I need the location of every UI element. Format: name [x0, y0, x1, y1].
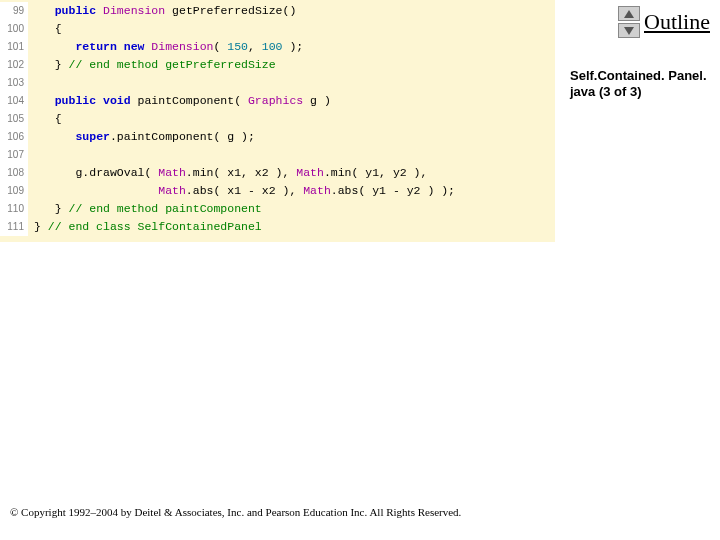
code-line: 110 } // end method paintComponent — [0, 200, 555, 218]
svg-marker-1 — [624, 27, 634, 35]
nav-buttons — [618, 6, 640, 38]
code-line: 101 return new Dimension( 150, 100 ); — [0, 38, 555, 56]
code-line: 111} // end class SelfContainedPanel — [0, 218, 555, 236]
code-content: super.paintComponent( g ); — [28, 128, 255, 146]
nav-up-button[interactable] — [618, 6, 640, 21]
code-line: 99 public Dimension getPreferredSize() — [0, 2, 555, 20]
line-number: 106 — [0, 128, 28, 146]
code-content: } // end class SelfContainedPanel — [28, 218, 262, 236]
nav-down-button[interactable] — [618, 23, 640, 38]
line-number: 109 — [0, 182, 28, 200]
svg-marker-0 — [624, 10, 634, 18]
line-number: 111 — [0, 218, 28, 236]
code-content — [28, 74, 34, 92]
line-number: 103 — [0, 74, 28, 92]
line-number: 104 — [0, 92, 28, 110]
line-number: 101 — [0, 38, 28, 56]
code-content: } // end method getPreferredSize — [28, 56, 276, 74]
code-line: 108 g.drawOval( Math.min( x1, x2 ), Math… — [0, 164, 555, 182]
code-line: 106 super.paintComponent( g ); — [0, 128, 555, 146]
line-number: 108 — [0, 164, 28, 182]
code-content: public Dimension getPreferredSize() — [28, 2, 296, 20]
code-line: 100 { — [0, 20, 555, 38]
code-content: return new Dimension( 150, 100 ); — [28, 38, 303, 56]
copyright-text: © Copyright 1992–2004 by Deitel & Associ… — [10, 506, 461, 518]
line-number: 110 — [0, 200, 28, 218]
code-content: public void paintComponent( Graphics g ) — [28, 92, 331, 110]
code-content: g.drawOval( Math.min( x1, x2 ), Math.min… — [28, 164, 427, 182]
line-number: 107 — [0, 146, 28, 164]
line-number: 105 — [0, 110, 28, 128]
line-number: 99 — [0, 2, 28, 20]
code-content: } // end method paintComponent — [28, 200, 262, 218]
code-content — [28, 146, 34, 164]
code-content: Math.abs( x1 - x2 ), Math.abs( y1 - y2 )… — [28, 182, 455, 200]
code-content: { — [28, 110, 62, 128]
outline-label: Outline — [644, 9, 710, 35]
line-number: 102 — [0, 56, 28, 74]
file-info: Self.Contained. Panel. java (3 of 3) — [570, 68, 710, 101]
code-content: { — [28, 20, 62, 38]
code-line: 109 Math.abs( x1 - x2 ), Math.abs( y1 - … — [0, 182, 555, 200]
code-area: 99 public Dimension getPreferredSize()10… — [0, 0, 555, 242]
code-line: 102 } // end method getPreferredSize — [0, 56, 555, 74]
code-line: 107 — [0, 146, 555, 164]
line-number: 100 — [0, 20, 28, 38]
code-line: 103 — [0, 74, 555, 92]
outline-nav: Outline — [618, 6, 710, 38]
code-line: 104 public void paintComponent( Graphics… — [0, 92, 555, 110]
code-line: 105 { — [0, 110, 555, 128]
